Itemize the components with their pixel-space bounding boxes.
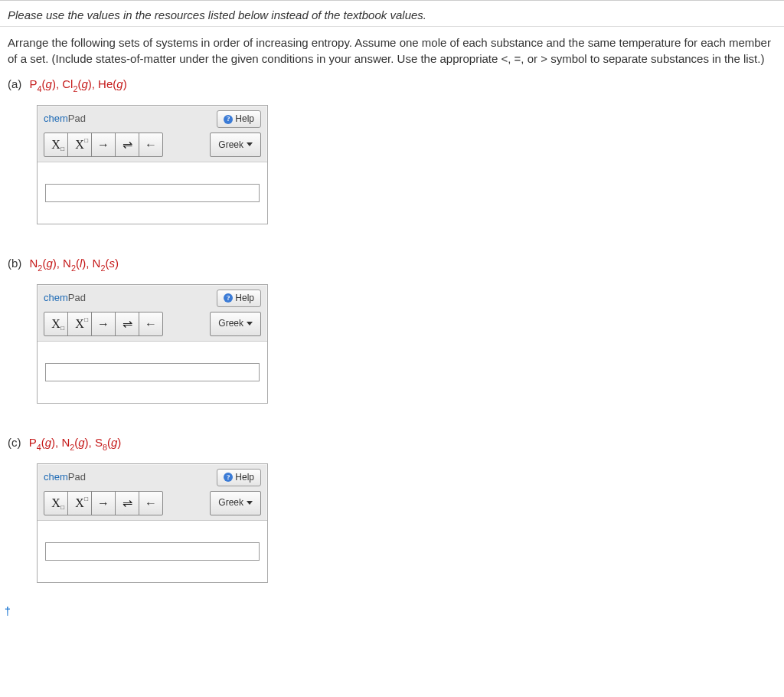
equilibrium-button[interactable]: ⇌	[115, 491, 139, 515]
chempad-toolbar-group: X X → ⇌ ←	[44, 312, 163, 336]
chevron-down-icon	[247, 142, 253, 146]
chempad-widget-a: chemPad ? Help X X → ⇌ ← Greek	[37, 105, 268, 224]
chempad-widget-c: chemPad ? Help X X → ⇌ ← Greek	[37, 463, 268, 583]
question-part-c: (c) P4(g), N2(g), S8(g)	[0, 425, 784, 453]
part-label: (c)	[8, 434, 21, 450]
chem-species-list: P4(g), Cl2(g), He(g)	[30, 77, 127, 90]
chevron-down-icon	[247, 501, 253, 505]
main-instruction: Arrange the following sets of systems in…	[0, 27, 784, 67]
chevron-down-icon	[247, 322, 253, 326]
arrow-left-button[interactable]: ←	[139, 491, 163, 515]
answer-input-c[interactable]	[45, 542, 260, 561]
answer-input-b[interactable]	[45, 363, 260, 381]
subscript-button[interactable]: X	[44, 312, 68, 336]
chem-species-list: P4(g), N2(g), S8(g)	[29, 436, 122, 449]
footer-dagger: †	[0, 604, 784, 627]
answer-input-a[interactable]	[45, 184, 260, 202]
help-button[interactable]: ? Help	[217, 110, 261, 128]
greek-dropdown[interactable]: Greek	[210, 491, 261, 515]
arrow-right-button[interactable]: →	[91, 491, 116, 515]
greek-dropdown[interactable]: Greek	[210, 133, 261, 157]
superscript-button[interactable]: X	[67, 491, 92, 515]
arrow-right-button[interactable]: →	[91, 312, 116, 336]
help-icon: ?	[224, 473, 233, 482]
part-label: (a)	[8, 76, 21, 92]
chempad-title: chemPad	[44, 291, 86, 305]
chem-species-list: N2(g), N2(l), N2(s)	[30, 257, 119, 270]
resource-instruction: Please use the values in the resources l…	[0, 1, 784, 27]
chempad-title: chemPad	[44, 112, 86, 126]
greek-dropdown[interactable]: Greek	[210, 312, 261, 336]
superscript-button[interactable]: X	[67, 312, 92, 336]
chempad-widget-b: chemPad ? Help X X → ⇌ ← Greek	[37, 284, 268, 404]
question-part-b: (b) N2(g), N2(l), N2(s)	[0, 246, 784, 273]
part-label: (b)	[8, 255, 21, 271]
help-icon: ?	[224, 115, 233, 124]
question-part-a: (a) P4(g), Cl2(g), He(g)	[0, 67, 784, 94]
arrow-right-button[interactable]: →	[91, 133, 116, 157]
arrow-left-button[interactable]: ←	[139, 312, 163, 336]
superscript-button[interactable]: X	[67, 133, 92, 157]
chempad-toolbar-group: X X → ⇌ ←	[44, 491, 163, 515]
equilibrium-button[interactable]: ⇌	[115, 133, 139, 157]
equilibrium-button[interactable]: ⇌	[115, 312, 139, 336]
subscript-button[interactable]: X	[44, 491, 68, 515]
chempad-toolbar-group: X X → ⇌ ←	[44, 133, 163, 157]
subscript-button[interactable]: X	[44, 133, 68, 157]
help-button[interactable]: ? Help	[217, 290, 261, 307]
arrow-left-button[interactable]: ←	[139, 133, 163, 157]
help-button[interactable]: ? Help	[217, 469, 261, 486]
help-icon: ?	[224, 293, 233, 303]
chempad-title: chemPad	[44, 470, 86, 484]
